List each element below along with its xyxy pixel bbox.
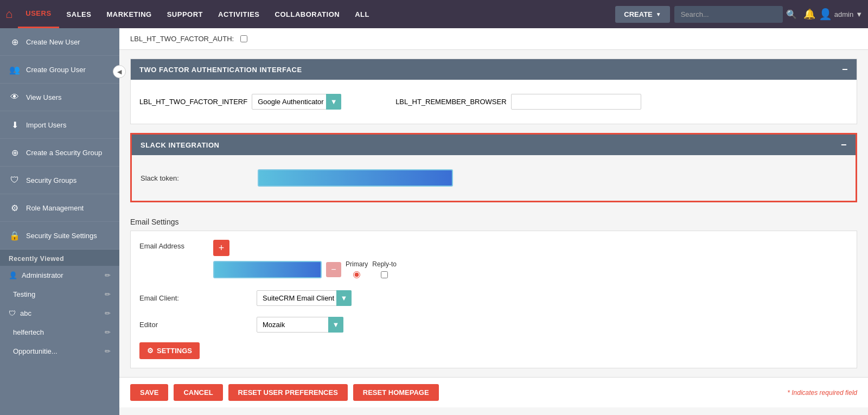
- shield-icon: 🛡: [9, 174, 21, 186]
- sidebar: ⊕ Create New User 👥 Create Group User 👁 …: [0, 28, 119, 415]
- settings-button[interactable]: ⚙ SETTINGS: [139, 342, 200, 359]
- email-client-label: Email Client:: [139, 294, 248, 302]
- editor-row: Editor Mozaik ▼: [139, 311, 848, 338]
- nav-users[interactable]: USERS: [18, 0, 59, 28]
- edit-icon-testing[interactable]: ✏: [105, 290, 111, 298]
- notifications-icon[interactable]: 🔔: [803, 8, 815, 20]
- two-factor-panel-header: TWO FACTOR AUTHENTICATION INTERFACE −: [131, 59, 857, 80]
- sidebar-collapse-button[interactable]: ◀: [113, 65, 126, 78]
- home-icon[interactable]: ⌂: [5, 7, 12, 21]
- slack-token-row: Slack token:: [141, 164, 847, 192]
- two-factor-auth-label: LBL_HT_TWO_FACTOR_AUTH:: [130, 35, 234, 43]
- email-value-input[interactable]: [213, 261, 322, 278]
- email-address-row: Email Address + − Primary: [139, 240, 848, 278]
- email-input-row: − Primary Reply-to: [213, 260, 397, 278]
- recent-item-helfertech[interactable]: helfertech ✏: [0, 323, 119, 342]
- add-email-button[interactable]: +: [213, 240, 229, 256]
- recently-viewed-section: Recently Viewed: [0, 250, 119, 266]
- two-factor-auth-top: LBL_HT_TWO_FACTOR_AUTH:: [119, 28, 868, 50]
- sidebar-item-create-new-user[interactable]: ⊕ Create New User: [0, 28, 119, 56]
- user-label: admin: [834, 10, 853, 18]
- nav-all[interactable]: ALL: [347, 0, 377, 28]
- slack-token-label: Slack token:: [141, 174, 249, 182]
- sidebar-item-security-suite-settings[interactable]: 🔒 Security Suite Settings: [0, 222, 119, 250]
- editor-select[interactable]: Mozaik: [257, 317, 343, 333]
- remove-email-button[interactable]: −: [326, 262, 341, 277]
- editor-label: Editor: [139, 321, 248, 329]
- reset-homepage-button[interactable]: RESET HOMEPAGE: [353, 384, 439, 401]
- nav-marketing[interactable]: MARKETING: [99, 0, 159, 28]
- sidebar-item-role-management[interactable]: ⚙ Role Management: [0, 194, 119, 222]
- nav-support[interactable]: SUPPORT: [159, 0, 210, 28]
- import-icon: ⬇: [9, 119, 21, 131]
- create-button[interactable]: CREATE ▼: [615, 6, 669, 23]
- sidebar-label-security-suite-settings: Security Suite Settings: [26, 232, 97, 240]
- slack-panel: SLACK INTEGRATION − Slack token:: [130, 133, 857, 202]
- recent-item-abc[interactable]: 🛡 abc ✏: [0, 304, 119, 323]
- person-icon: 👤: [9, 271, 17, 279]
- sidebar-label-view-users: View Users: [26, 93, 62, 101]
- settings-row: ⚙ SETTINGS: [139, 342, 848, 359]
- nav-activities[interactable]: ACTIVITIES: [210, 0, 267, 28]
- sidebar-label-create-group-user: Create Group User: [26, 66, 86, 74]
- sidebar-item-create-group-user[interactable]: 👥 Create Group User: [0, 56, 119, 84]
- security-plus-icon: ⊕: [9, 146, 21, 158]
- sidebar-item-import-users[interactable]: ⬇ Import Users: [0, 111, 119, 139]
- eye-icon: 👁: [9, 91, 21, 103]
- email-section-title: Email Settings: [130, 211, 857, 231]
- top-nav: ⌂ USERS SALES MARKETING SUPPORT ACTIVITI…: [0, 0, 868, 28]
- two-factor-panel-body: LBL_HT_TWO_FACTOR_INTERF Google Authenti…: [131, 80, 857, 124]
- cancel-button[interactable]: CANCEL: [174, 384, 222, 401]
- sidebar-label-security-groups: Security Groups: [26, 176, 76, 184]
- email-address-label: Email Address: [139, 240, 205, 250]
- two-factor-panel: TWO FACTOR AUTHENTICATION INTERFACE − LB…: [130, 59, 857, 124]
- reply-to-col: Reply-to: [372, 260, 397, 278]
- recent-item-testing[interactable]: Testing ✏: [0, 285, 119, 304]
- primary-radio[interactable]: [353, 271, 360, 278]
- group-icon: 👥: [9, 63, 21, 75]
- two-factor-title: TWO FACTOR AUTHENTICATION INTERFACE: [139, 66, 302, 74]
- save-button[interactable]: SAVE: [130, 384, 168, 401]
- plus-circle-icon: ⊕: [9, 36, 21, 48]
- slack-title: SLACK INTEGRATION: [141, 141, 219, 149]
- sidebar-item-create-security-group[interactable]: ⊕ Create a Security Group: [0, 139, 119, 167]
- email-client-row: Email Client: SuiteCRM Email Client ▼: [139, 285, 848, 311]
- email-client-select[interactable]: SuiteCRM Email Client: [257, 290, 352, 306]
- user-dropdown-arrow: ▼: [856, 10, 863, 18]
- nav-sales[interactable]: SALES: [59, 0, 99, 28]
- lock-icon: 🔒: [9, 229, 21, 241]
- reply-to-checkbox[interactable]: [381, 271, 388, 278]
- slack-token-input[interactable]: [258, 169, 453, 187]
- sidebar-label-create-security-group: Create a Security Group: [26, 149, 102, 157]
- slack-collapse-btn[interactable]: −: [841, 140, 847, 150]
- sidebar-item-security-groups[interactable]: 🛡 Security Groups: [0, 167, 119, 194]
- remember-browser-input[interactable]: [511, 94, 641, 110]
- role-icon: ⚙: [9, 202, 21, 214]
- email-settings-section: Email Settings Email Address + − Primary: [130, 211, 857, 368]
- create-dropdown-arrow: ▼: [656, 11, 661, 17]
- two-factor-auth-checkbox[interactable]: [240, 35, 247, 42]
- interface-label: LBL_HT_TWO_FACTOR_INTERF: [139, 98, 247, 106]
- two-factor-collapse-btn[interactable]: −: [842, 65, 848, 74]
- sidebar-label-import-users: Import Users: [26, 121, 66, 129]
- interface-select[interactable]: Google Authenticator: [252, 94, 341, 110]
- email-client-select-wrapper: SuiteCRM Email Client ▼: [257, 290, 352, 306]
- slack-panel-header: SLACK INTEGRATION −: [132, 135, 856, 155]
- edit-icon-helfertech[interactable]: ✏: [105, 328, 111, 336]
- search-input[interactable]: [674, 6, 783, 23]
- sidebar-item-view-users[interactable]: 👁 View Users: [0, 84, 119, 111]
- create-label: CREATE: [624, 10, 652, 18]
- main-content: LBL_HT_TWO_FACTOR_AUTH: TWO FACTOR AUTHE…: [119, 28, 868, 415]
- reset-user-prefs-button[interactable]: RESET USER PREFERENCES: [228, 384, 348, 401]
- edit-icon-administrator[interactable]: ✏: [105, 271, 111, 279]
- recent-item-opportunities[interactable]: Opportunitie... ✏: [0, 342, 119, 361]
- recent-item-administrator[interactable]: 👤 Administrator ✏: [0, 266, 119, 285]
- primary-col: Primary: [346, 260, 368, 278]
- search-icon[interactable]: 🔍: [786, 9, 797, 20]
- sidebar-label-role-management: Role Management: [26, 204, 84, 212]
- edit-icon-opportunities[interactable]: ✏: [105, 347, 111, 355]
- user-menu[interactable]: 👤 admin ▼: [819, 8, 863, 21]
- nav-collaboration[interactable]: COLLABORATION: [267, 0, 348, 28]
- edit-icon-abc[interactable]: ✏: [105, 309, 111, 317]
- email-settings-body: Email Address + − Primary: [130, 231, 857, 368]
